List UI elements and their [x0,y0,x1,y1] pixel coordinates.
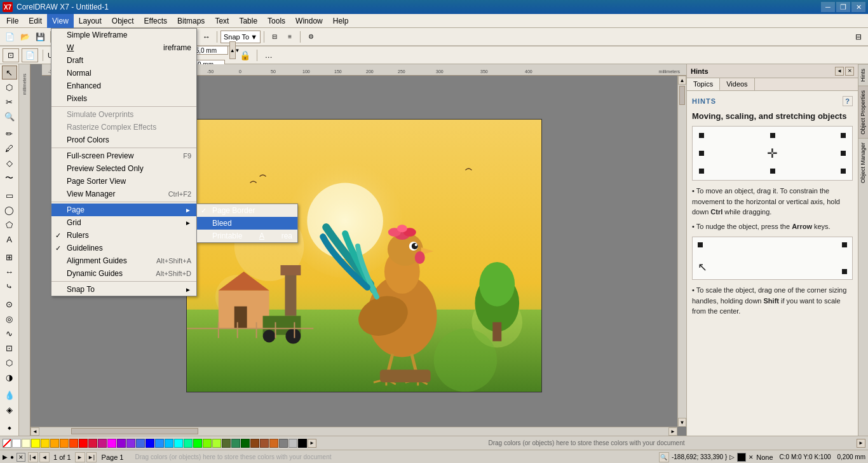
color-swatch-white[interactable] [12,439,21,448]
ellipse-tool[interactable]: ◯ [2,204,17,218]
menu-text[interactable]: Text [210,14,234,28]
color-swatch[interactable] [279,439,288,448]
prev-page-button[interactable]: ◄ [39,452,50,462]
side-tab-object-properties[interactable]: Object Properties [858,86,868,139]
menu-window[interactable]: Window [290,14,328,28]
table-tool[interactable]: ⊞ [2,250,17,264]
view-enhanced[interactable]: Enhanced [51,79,196,92]
color-swatch[interactable] [31,439,40,448]
right-panel-toggle[interactable]: ⊟ [851,30,865,44]
menu-bitmaps[interactable]: Bitmaps [172,14,210,28]
zoom-in-status[interactable]: 🔍 [659,452,669,462]
menu-object[interactable]: Object [107,14,139,28]
parallel-dim-tool[interactable]: ↔ [2,265,17,279]
open-button[interactable]: 📂 [18,30,32,44]
size-spinner[interactable]: ▲▼ [229,41,236,59]
side-tab-hints[interactable]: Hints [858,64,868,86]
crop-tool[interactable]: ✂ [2,95,17,109]
menu-effects[interactable]: Effects [139,14,172,28]
view-draft[interactable]: Draft [51,54,196,67]
color-swatch[interactable] [136,439,145,448]
x-size-field[interactable] [193,46,228,55]
connector-tool[interactable]: ⤷ [2,280,17,294]
color-swatch[interactable] [269,439,278,448]
smart-fill-tool[interactable]: ⬥ [2,420,17,434]
view-guidelines[interactable]: Guidelines [51,242,196,254]
distort-tool[interactable]: ∿ [2,326,17,340]
page-size-button[interactable]: 📄 [22,48,38,62]
color-swatch[interactable] [69,439,78,448]
extrude-tool[interactable]: ⬡ [2,356,17,370]
color-swatch[interactable] [98,439,107,448]
view-alignment-guides[interactable]: Alignment Guides Alt+Shift+A [51,254,196,267]
palette-more-button[interactable]: ► [308,439,316,448]
page-border-item[interactable]: Page Border [197,204,297,217]
view-page-sorter[interactable]: Page Sorter View [51,175,196,188]
restore-button[interactable]: ❐ [836,2,850,12]
options-button[interactable]: ⚙ [304,30,318,44]
transparency-tool[interactable]: ◑ [2,371,17,385]
color-swatch[interactable] [79,439,88,448]
polygon-tool[interactable]: ⬠ [2,218,17,232]
minimize-button[interactable]: ─ [821,2,835,12]
palette-scroll-right[interactable]: ► [857,439,865,448]
color-swatch[interactable] [60,439,69,448]
smart-tool[interactable]: 〜 [2,171,17,185]
scroll-left-button[interactable]: ◄ [31,427,39,436]
color-swatch[interactable] [126,439,135,448]
select-all-button[interactable]: ⊡ [3,48,19,62]
view-fullscreen-preview[interactable]: Full-screen Preview F9 [51,149,196,162]
menu-tools[interactable]: Tools [262,14,290,28]
color-swatch[interactable] [241,439,250,448]
color-swatch[interactable] [231,439,240,448]
calligraphy-tool[interactable]: ◇ [2,156,17,170]
printable-area-item[interactable]: Printable Area [197,230,297,242]
color-swatch[interactable] [222,439,231,448]
color-swatch[interactable] [212,439,221,448]
color-swatch[interactable] [174,439,183,448]
view-proof-colors[interactable]: Proof Colors [51,134,196,146]
scrollbar-horizontal[interactable]: ◄ ► [31,427,677,436]
menu-file[interactable]: File [1,14,24,28]
hints-help-button[interactable]: ? [843,96,853,106]
tab-videos[interactable]: Videos [720,78,754,90]
menu-view[interactable]: View [47,14,74,28]
view-simple-wireframe[interactable]: Simple Wireframe [51,29,196,41]
menu-edit[interactable]: Edit [24,14,47,28]
next-page-button[interactable]: ► [75,452,85,462]
view-grid[interactable]: Grid ► [51,216,196,229]
color-swatch[interactable] [41,439,50,448]
save-button[interactable]: 💾 [33,30,47,44]
color-swatch[interactable] [117,439,126,448]
color-swatch[interactable] [288,439,297,448]
hints-collapse-button[interactable]: ◄ [835,67,844,76]
menu-layout[interactable]: Layout [74,14,107,28]
scroll-down-button[interactable]: ▼ [678,418,686,427]
menu-table[interactable]: Table [234,14,262,28]
first-page-button[interactable]: |◄ [28,452,38,462]
text-tool[interactable]: A [2,233,17,247]
color-swatch-black[interactable] [298,439,307,448]
lock-ratio-button[interactable]: 🔒 [238,48,252,62]
freehand-tool[interactable]: ✏ [2,127,17,141]
tab-topics[interactable]: Topics [687,78,720,90]
color-swatch[interactable] [107,439,116,448]
fill-tool[interactable]: ◈ [2,403,17,417]
colorize-tool[interactable]: 💧 [2,388,17,402]
color-swatch[interactable] [88,439,97,448]
scroll-right-button[interactable]: ► [668,427,677,436]
contour-tool[interactable]: ◎ [2,312,17,326]
zoom-tool[interactable]: 🔍 [2,109,17,123]
select-tool[interactable]: ↖ [2,66,17,79]
menu-help[interactable]: Help [328,14,354,28]
color-swatch[interactable] [50,439,59,448]
view-snap-to[interactable]: Snap To ► [51,283,196,296]
new-button[interactable]: 📄 [3,30,17,44]
envelope-tool[interactable]: ⊡ [2,341,17,355]
scroll-thumb-h[interactable] [71,428,198,434]
bleed-item[interactable]: Bleed [197,217,297,230]
stop-button[interactable]: ✕ [17,453,25,462]
view-preview-selected[interactable]: Preview Selected Only [51,162,196,175]
scroll-thumb[interactable] [679,86,685,105]
color-swatch[interactable] [260,439,269,448]
